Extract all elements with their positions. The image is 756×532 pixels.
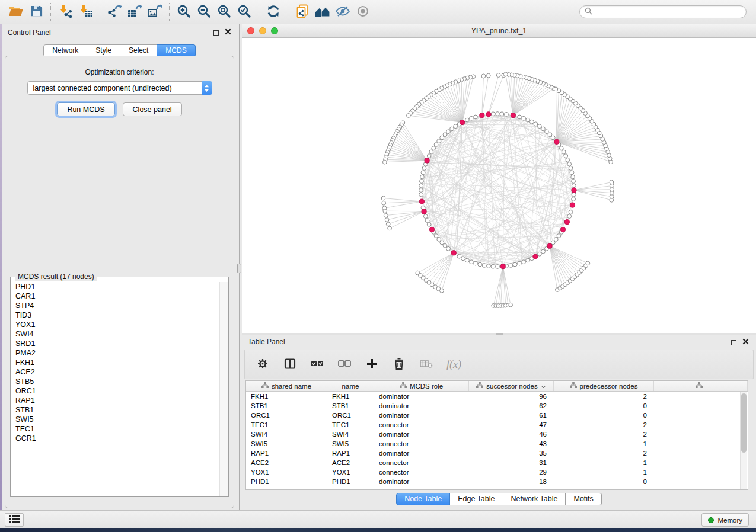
add-column-button[interactable]: [365, 356, 379, 373]
column-header-name[interactable]: name: [327, 381, 374, 391]
criterion-dropdown[interactable]: largest connected component (undirected): [27, 81, 212, 95]
table-cell: 2: [554, 448, 654, 458]
vertical-splitter-handle[interactable]: [237, 264, 241, 273]
tab-network[interactable]: Network: [43, 44, 87, 57]
export-table-button[interactable]: [125, 2, 145, 21]
zoom-in-button[interactable]: [174, 2, 194, 21]
mcds-result-item[interactable]: FKH1: [11, 358, 219, 367]
table-cell: dominator: [374, 392, 469, 401]
mcds-list-scrollbar[interactable]: [219, 282, 228, 496]
mcds-result-item[interactable]: SRD1: [11, 339, 219, 348]
table-scrollbar-thumb[interactable]: [741, 393, 747, 453]
mcds-result-item[interactable]: YOX1: [11, 320, 219, 329]
table-cell: STB1: [327, 401, 374, 411]
tab-mcds[interactable]: MCDS: [157, 44, 195, 57]
tab-edge-table[interactable]: Edge Table: [450, 493, 503, 505]
table-row[interactable]: TEC1TEC1connector472: [246, 420, 748, 430]
tab-node-table[interactable]: Node Table: [396, 493, 450, 505]
table-cell: dominator: [374, 477, 469, 486]
mcds-result-item[interactable]: STP4: [11, 301, 219, 310]
table-cell: connector: [374, 467, 469, 477]
function-builder-button-disabled: f(x): [446, 356, 461, 373]
split-panel-button[interactable]: [283, 356, 297, 373]
share-document-button[interactable]: [292, 2, 312, 21]
search-box[interactable]: [579, 5, 747, 18]
table-row[interactable]: SWI5SWI5connector431: [246, 439, 748, 448]
table-row[interactable]: ACE2ACE2connector311: [246, 458, 748, 467]
float-panel-icon[interactable]: [213, 30, 219, 36]
table-cell: connector: [374, 420, 469, 430]
search-input[interactable]: [595, 8, 741, 16]
run-mcds-button[interactable]: Run MCDS: [57, 102, 114, 116]
mcds-result-item[interactable]: GCR1: [11, 434, 219, 443]
export-image-button[interactable]: [145, 2, 165, 21]
table-row[interactable]: PHD1PHD1dominator180: [246, 477, 748, 486]
mcds-result-list: PHD1CAR1STP4TID3YOX1SWI4SRD1PMA2FKH1ACE2…: [11, 282, 219, 496]
mcds-result-item[interactable]: SWI4: [11, 329, 219, 339]
mcds-result-item[interactable]: STB1: [11, 405, 219, 415]
close-table-panel-icon[interactable]: [742, 338, 749, 347]
column-header-successor-nodes[interactable]: successor nodes: [469, 381, 554, 391]
zoom-selected-button[interactable]: [234, 2, 254, 21]
mcds-result-item[interactable]: ACE2: [11, 367, 219, 377]
mcds-result-item[interactable]: CAR1: [11, 291, 219, 301]
mcds-result-item[interactable]: SWI5: [11, 415, 219, 424]
table-row[interactable]: ORC1ORC1dominator610: [246, 411, 748, 420]
tab-network-table[interactable]: Network Table: [503, 493, 566, 505]
houses-button[interactable]: [312, 2, 333, 21]
column-header-shared-name[interactable]: shared name: [246, 381, 327, 391]
mcds-result-item[interactable]: ORC1: [11, 386, 219, 396]
refresh-icon: [266, 4, 280, 20]
network-canvas[interactable]: [242, 38, 756, 333]
zoom-out-button[interactable]: [194, 2, 214, 21]
column-header-predecessor-nodes[interactable]: predecessor nodes: [554, 381, 654, 391]
column-label: successor nodes: [486, 383, 537, 390]
select-all-button[interactable]: [310, 356, 324, 373]
column-tree-icon: [696, 382, 703, 390]
deselect-all-button[interactable]: [337, 356, 352, 373]
tab-select[interactable]: Select: [120, 44, 157, 57]
show-details-button[interactable]: [353, 2, 373, 21]
network-window-titlebar: YPA_prune.txt_1: [242, 24, 756, 38]
float-table-panel-icon[interactable]: [731, 340, 736, 345]
close-panel-button[interactable]: Close panel: [123, 102, 182, 116]
zoom-fit-button[interactable]: [214, 2, 234, 21]
table-row[interactable]: SWI4SWI4dominator462: [246, 430, 748, 439]
mcds-result-item[interactable]: PMA2: [11, 348, 219, 358]
memory-button[interactable]: Memory: [701, 513, 749, 527]
mcds-result-item[interactable]: RAP1: [11, 396, 219, 405]
column-header-extra[interactable]: [654, 381, 748, 391]
column-header-MCDS-role[interactable]: MCDS role: [374, 381, 469, 391]
plus-icon: [366, 358, 377, 371]
table-scrollbar[interactable]: [740, 392, 747, 489]
delete-columns-button[interactable]: [392, 356, 406, 373]
import-table-button[interactable]: [75, 2, 95, 21]
table-cell: connector: [374, 458, 469, 467]
import-network-button[interactable]: [55, 2, 75, 21]
table-options-button[interactable]: [256, 356, 270, 373]
open-session-button[interactable]: [6, 2, 26, 21]
mcds-result-item[interactable]: PHD1: [11, 282, 219, 291]
table-row[interactable]: YOX1YOX1connector291: [246, 467, 748, 477]
table-row[interactable]: STB1STB1dominator620: [246, 401, 748, 411]
table-body: FKH1FKH1dominator962STB1STB1dominator620…: [246, 392, 748, 486]
vertical-splitter[interactable]: [237, 24, 242, 510]
table-cell: FKH1: [246, 392, 327, 401]
tab-style[interactable]: Style: [87, 44, 120, 57]
close-panel-icon[interactable]: [225, 28, 231, 37]
mcds-result-item[interactable]: TID3: [11, 310, 219, 320]
mcds-result-group: MCDS result (17 nodes) PHD1CAR1STP4TID3Y…: [10, 277, 229, 497]
column-label: name: [342, 383, 359, 390]
panel-list-button[interactable]: [5, 513, 24, 527]
save-session-button[interactable]: [26, 2, 46, 21]
hide-details-button[interactable]: [333, 2, 353, 21]
table-row[interactable]: FKH1FKH1dominator962: [246, 392, 748, 401]
refresh-button[interactable]: [263, 2, 283, 21]
mcds-result-item[interactable]: STB5: [11, 377, 219, 386]
tab-motifs[interactable]: Motifs: [566, 493, 601, 505]
select-all-icon: [311, 360, 324, 370]
mcds-result-item[interactable]: TEC1: [11, 424, 219, 434]
table-row[interactable]: RAP1RAP1dominator352: [246, 448, 748, 458]
export-network-button[interactable]: [104, 2, 125, 21]
network-graph[interactable]: [242, 38, 756, 333]
